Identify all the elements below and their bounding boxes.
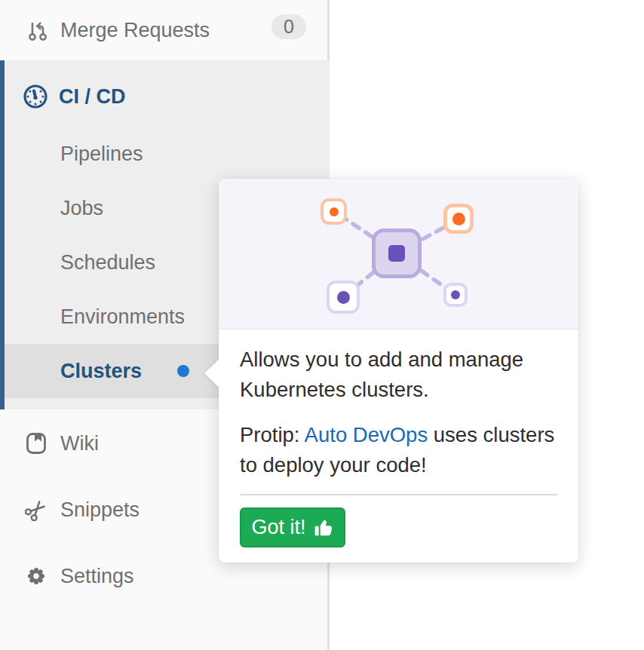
got-it-button[interactable]: Got it! bbox=[240, 507, 345, 547]
sidebar-item-label: Wiki bbox=[60, 432, 99, 455]
protip-prefix: Protip: bbox=[240, 423, 305, 446]
node-dot bbox=[452, 213, 465, 225]
sidebar-item-pipelines[interactable]: Pipelines bbox=[5, 127, 330, 181]
sidebar-item-label: Merge Requests bbox=[60, 19, 210, 42]
cluster-core bbox=[388, 245, 405, 262]
sidebar-item-ci-cd[interactable]: CI / CD bbox=[5, 66, 330, 127]
kubernetes-cluster-illustration bbox=[219, 179, 578, 330]
sidebar-item-label: Environments bbox=[60, 305, 185, 329]
gauge-icon bbox=[23, 84, 48, 109]
thumbs-up-icon bbox=[313, 517, 334, 538]
popover-body: Allows you to add and manage Kubernetes … bbox=[219, 330, 578, 480]
sidebar-item-label: CI / CD bbox=[59, 85, 126, 109]
merge-request-icon bbox=[27, 19, 48, 41]
snippets-icon bbox=[25, 498, 48, 521]
popover-description: Allows you to add and manage Kubernetes … bbox=[240, 345, 557, 405]
node-dot bbox=[337, 291, 350, 304]
popover-protip: Protip: Auto DevOps uses clusters to dep… bbox=[240, 420, 557, 480]
settings-icon bbox=[25, 565, 48, 587]
cluster-center-node bbox=[372, 228, 422, 278]
auto-devops-link[interactable]: Auto DevOps bbox=[305, 423, 428, 446]
got-it-button-label: Got it! bbox=[251, 516, 305, 539]
sidebar-item-label: Pipelines bbox=[60, 143, 143, 166]
new-feature-notification-dot bbox=[177, 365, 189, 377]
wiki-icon bbox=[25, 432, 48, 455]
clusters-feature-popover: Allows you to add and manage Kubernetes … bbox=[219, 179, 578, 563]
sidebar-item-merge-requests[interactable]: Merge Requests 0 bbox=[0, 0, 330, 60]
node-dot bbox=[330, 207, 339, 216]
cluster-node-orange-large bbox=[443, 204, 474, 234]
node-dot bbox=[451, 290, 460, 299]
sidebar-item-label: Snippets bbox=[60, 498, 140, 522]
sidebar-item-label: Settings bbox=[60, 565, 134, 588]
sidebar-item-label: Jobs bbox=[60, 197, 103, 220]
popover-divider bbox=[240, 494, 557, 495]
sidebar-item-label: Schedules bbox=[60, 251, 155, 274]
cluster-node-purple-large bbox=[327, 281, 360, 314]
popover-arrow bbox=[204, 360, 219, 387]
cluster-node-orange-small bbox=[320, 198, 347, 225]
sidebar-item-label: Clusters bbox=[60, 360, 142, 383]
merge-requests-count-badge: 0 bbox=[271, 14, 306, 39]
cluster-node-purple-small bbox=[443, 283, 468, 307]
